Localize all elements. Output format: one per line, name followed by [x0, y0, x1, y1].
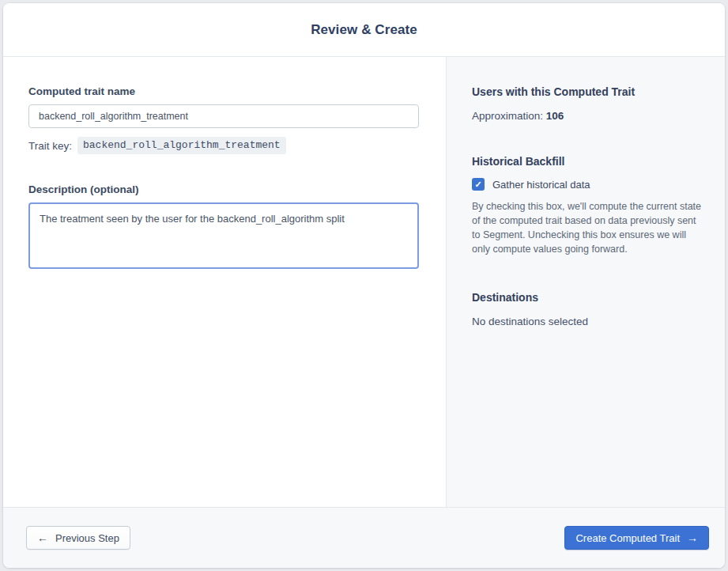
- destinations-heading: Destinations: [472, 291, 700, 304]
- trait-name-input[interactable]: [28, 104, 419, 128]
- trait-form-pane: Computed trait name Trait key: backend_r…: [3, 57, 446, 507]
- dialog-footer: ← Previous Step Create Computed Trait →: [3, 507, 725, 568]
- approximation-row: Approximation: 106: [472, 110, 700, 122]
- dialog-body: Computed trait name Trait key: backend_r…: [3, 57, 725, 507]
- trait-name-label: Computed trait name: [28, 85, 446, 97]
- approximation-label: Approximation:: [472, 110, 543, 122]
- description-textarea[interactable]: The treatment seen by the user for the b…: [28, 202, 419, 269]
- trait-key-label: Trait key:: [28, 140, 72, 152]
- destinations-empty-text: No destinations selected: [472, 316, 700, 327]
- gather-historical-checkbox[interactable]: ✓ Gather historical data: [472, 178, 700, 191]
- backfill-description: By checking this box, we'll compute the …: [472, 199, 703, 256]
- page-title: Review & Create: [311, 22, 417, 38]
- users-heading: Users with this Computed Trait: [472, 85, 700, 98]
- check-icon: ✓: [474, 180, 481, 189]
- dialog-header: Review & Create: [3, 3, 725, 57]
- create-computed-trait-button[interactable]: Create Computed Trait →: [564, 526, 709, 550]
- gather-historical-label: Gather historical data: [492, 179, 590, 191]
- review-create-dialog: Review & Create Computed trait name Trai…: [3, 3, 725, 568]
- summary-sidebar: Users with this Computed Trait Approxima…: [446, 57, 725, 507]
- description-block: Description (optional) The treatment see…: [28, 183, 446, 269]
- trait-key-row: Trait key: backend_roll_algorithm_treatm…: [28, 137, 446, 154]
- description-label: Description (optional): [28, 183, 446, 195]
- forward-arrow-icon: →: [687, 532, 698, 543]
- checkbox-checked-icon[interactable]: ✓: [472, 178, 485, 191]
- previous-step-button[interactable]: ← Previous Step: [26, 526, 130, 550]
- back-arrow-icon: ←: [37, 532, 48, 543]
- trait-key-badge: backend_roll_algorithm_treatment: [77, 137, 286, 154]
- backfill-heading: Historical Backfill: [472, 155, 700, 168]
- previous-step-label: Previous Step: [55, 532, 119, 544]
- create-computed-trait-label: Create Computed Trait: [575, 532, 680, 544]
- approximation-value: 106: [546, 110, 564, 122]
